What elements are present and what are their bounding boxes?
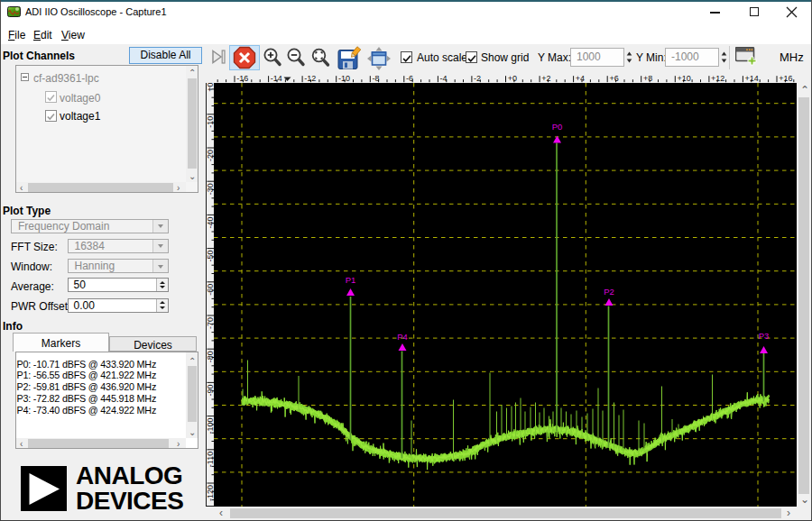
svg-text:-8: -8 bbox=[373, 74, 380, 83]
svg-text:-70: -70 bbox=[207, 317, 214, 329]
svg-text:-10: -10 bbox=[338, 74, 350, 83]
svg-text:+6: +6 bbox=[609, 74, 618, 83]
svg-text:+14: +14 bbox=[745, 74, 759, 83]
svg-text:+4: +4 bbox=[576, 74, 585, 83]
svg-text:-12: -12 bbox=[304, 74, 316, 83]
svg-text:P4: P4 bbox=[397, 332, 408, 342]
svg-text:+2: +2 bbox=[541, 74, 550, 83]
svg-text:P0: P0 bbox=[552, 122, 563, 132]
svg-text:-14: -14 bbox=[271, 74, 282, 83]
svg-text:-90: -90 bbox=[207, 384, 214, 396]
svg-text:+8: +8 bbox=[643, 74, 652, 83]
svg-text:+0: +0 bbox=[207, 83, 214, 92]
svg-text:+10: +10 bbox=[678, 74, 691, 83]
svg-text:-50: -50 bbox=[207, 250, 214, 261]
svg-text:-30: -30 bbox=[207, 183, 214, 195]
svg-text:P1: P1 bbox=[346, 275, 356, 285]
svg-text:-16: -16 bbox=[236, 74, 248, 83]
svg-text:+12: +12 bbox=[711, 74, 724, 83]
svg-text:-10: -10 bbox=[207, 115, 214, 127]
svg-text:-80: -80 bbox=[207, 351, 214, 362]
svg-text:-100: -100 bbox=[207, 417, 214, 434]
svg-text:P2: P2 bbox=[604, 286, 614, 296]
svg-text:+0: +0 bbox=[508, 74, 517, 83]
svg-text:-20: -20 bbox=[207, 150, 214, 161]
svg-text:P3: P3 bbox=[759, 330, 770, 340]
svg-text:-40: -40 bbox=[207, 216, 214, 228]
svg-text:-6: -6 bbox=[406, 74, 413, 83]
svg-text:-4: -4 bbox=[440, 74, 448, 83]
svg-text:+16: +16 bbox=[779, 74, 792, 83]
svg-text:-120: -120 bbox=[207, 485, 214, 501]
svg-text:-2: -2 bbox=[474, 74, 481, 83]
svg-text:-60: -60 bbox=[207, 283, 214, 295]
svg-text:-110: -110 bbox=[207, 451, 214, 466]
